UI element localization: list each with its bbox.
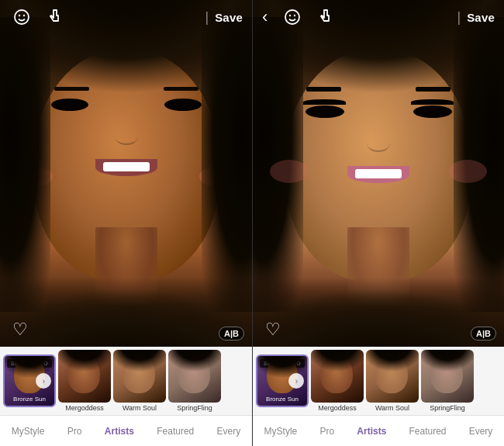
face-outline-icon-r[interactable] [280,5,305,29]
filter-thumb-spring-fling [168,350,221,403]
svg-point-5 [294,15,295,16]
mouth [95,159,157,176]
face-details [37,87,216,176]
nav-every[interactable]: Every [216,426,243,437]
nav-pro[interactable]: Pro [66,426,84,437]
nav-pro-r[interactable]: Pro [318,426,336,437]
ab-badge-right[interactable]: A|B [471,327,496,341]
hair-bottom-after [253,180,504,347]
filter-label-spring-fling: SpringFling [177,404,212,412]
nav-mystyle[interactable]: MyStyle [10,426,47,437]
divider: | [205,9,209,26]
teeth [103,162,150,171]
filter-item-warm-soul-r[interactable]: Warm Soul [366,350,419,412]
nose [115,128,138,145]
filter-item-spring-fling-r[interactable]: SpringFling [421,350,474,412]
eyebrow-left [54,87,89,91]
filter-strip-right: SEE HOW-TO Bronze Sun › Mergoddess [253,347,504,415]
arrow-icon-r[interactable]: › [288,373,304,389]
filter-label-mergoddess-r: Mergoddess [318,404,357,412]
save-button[interactable]: Save [215,11,243,24]
filter-item-spring-fling[interactable]: SpringFling [168,350,221,412]
heart-button[interactable]: ♡ [8,317,33,342]
mouth-after [347,166,409,183]
filter-thumb-mergoddess [58,350,111,403]
top-bar-left: | Save [0,0,252,34]
nose-after [367,135,390,152]
lash-right [411,99,454,105]
heart-icon-right: ♡ [265,320,281,340]
eye-left-after [303,99,346,118]
hair-bottom [0,180,252,347]
photo-after: A|B ♡ [253,0,504,347]
top-bar-right: ‹ | Save [253,0,504,34]
filter-label-spring-fling-r: SpringFling [430,404,465,412]
eyeball-left [306,105,344,118]
ab-badge[interactable]: A|B [219,327,244,341]
heart-button-right[interactable]: ♡ [261,317,285,342]
filter-strip: SEE HOW-TO Bronze Sun › Mergodde [0,347,252,415]
divider-r: | [457,9,461,26]
eyebrow-left-after [306,87,341,92]
eyebrow-right-after [416,87,450,92]
photo-before: A|B ♡ [0,0,252,347]
svg-point-0 [15,10,29,24]
filter-item-warm-soul[interactable]: Warm Soul [113,350,166,412]
filter-thumb-mergoddess-r [311,350,364,403]
bottom-nav-left: MyStyle Pro Artists Featured Every [0,415,252,446]
filter-label-mergoddess: Mergoddess [65,404,104,412]
right-panel: ‹ | Save [252,0,504,446]
back-button[interactable]: ‹ [262,7,268,27]
svg-point-4 [289,15,291,16]
filter-label-warm-soul-r: Warm Soul [375,404,409,412]
left-panel: | Save [0,0,252,446]
photo-bg-after [253,0,504,347]
eyeball-right [413,105,452,118]
hand-pointer-icon[interactable] [43,5,68,29]
filter-thumb-spring-fling-r [421,350,474,403]
nav-every-r[interactable]: Every [468,426,495,437]
bottom-nav-right: MyStyle Pro Artists Featured Every [253,415,504,446]
hand-pointer-icon-r[interactable] [314,5,339,29]
nav-featured-r[interactable]: Featured [407,426,447,437]
heart-icon: ♡ [12,320,28,340]
svg-point-1 [19,15,20,16]
face-outline-icon[interactable] [9,5,34,29]
face-details-after [289,87,468,183]
filter-item-bronze-sun[interactable]: SEE HOW-TO Bronze Sun › [3,354,56,407]
filter-thumb-active-r: SEE HOW-TO Bronze Sun › [256,354,309,407]
teeth-after [355,169,402,178]
eyes-row-after [289,99,468,118]
filter-thumb-active: SEE HOW-TO Bronze Sun › [3,354,56,407]
filter-item-mergoddess[interactable]: Mergoddess [58,350,111,412]
svg-point-3 [285,10,299,24]
nav-artists-r[interactable]: Artists [355,426,388,437]
filter-thumb-warm-soul-r [366,350,419,403]
svg-point-2 [23,15,25,16]
nav-mystyle-r[interactable]: MyStyle [263,426,299,437]
eye-right-after [411,99,454,118]
filter-label-warm-soul: Warm Soul [123,404,157,412]
eye-right [164,99,202,111]
lash-left [303,99,346,105]
filter-thumb-warm-soul [113,350,166,403]
filter-label-bronze: Bronze Sun [5,396,54,403]
photo-bg [0,0,252,347]
eyes-row [37,99,216,111]
nav-artists[interactable]: Artists [103,426,136,437]
filter-item-mergoddess-r[interactable]: Mergoddess [311,350,364,412]
save-button-r[interactable]: Save [467,11,495,24]
eyebrow-right [164,87,198,91]
eye-left [51,99,88,111]
nav-featured[interactable]: Featured [155,426,195,437]
arrow-icon[interactable]: › [36,373,51,389]
filter-item-bronze-sun-r[interactable]: SEE HOW-TO Bronze Sun › [256,354,309,407]
filter-label-bronze-r: Bronze Sun [257,396,307,403]
